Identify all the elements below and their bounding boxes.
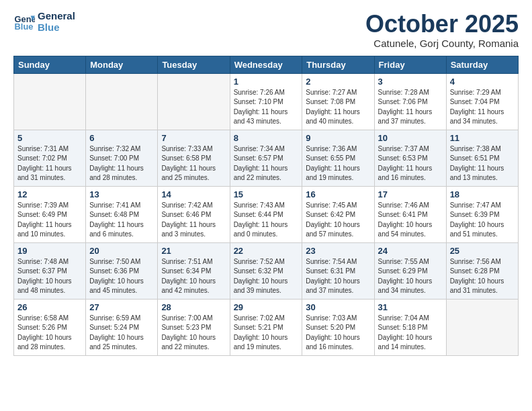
day-info: Sunrise: 7:39 AM Sunset: 6:49 PM Dayligh…	[17, 201, 82, 240]
day-info: Sunrise: 7:27 AM Sunset: 7:08 PM Dayligh…	[306, 88, 370, 127]
day-number: 29	[234, 302, 299, 312]
day-number: 4	[450, 77, 515, 87]
logo-blue: Blue	[38, 22, 75, 34]
calendar-day-cell: 28Sunrise: 7:00 AM Sunset: 5:23 PM Dayli…	[158, 299, 230, 355]
day-number: 18	[450, 189, 515, 199]
month-title: October 2025	[365, 11, 519, 38]
calendar-day-cell: 17Sunrise: 7:46 AM Sunset: 6:41 PM Dayli…	[374, 186, 446, 242]
calendar-day-cell: 5Sunrise: 7:31 AM Sunset: 7:02 PM Daylig…	[14, 130, 86, 186]
day-info: Sunrise: 7:43 AM Sunset: 6:44 PM Dayligh…	[234, 201, 299, 240]
day-number: 26	[17, 302, 82, 312]
day-number: 10	[378, 133, 443, 143]
calendar-day-cell	[86, 73, 158, 130]
day-info: Sunrise: 7:04 AM Sunset: 5:18 PM Dayligh…	[378, 314, 443, 353]
page-container: General Blue General Blue October 2025 C…	[0, 0, 532, 363]
day-number: 23	[306, 246, 370, 256]
day-number: 11	[450, 133, 515, 143]
day-info: Sunrise: 7:54 AM Sunset: 6:31 PM Dayligh…	[306, 257, 370, 296]
day-info: Sunrise: 7:51 AM Sunset: 6:34 PM Dayligh…	[161, 257, 226, 296]
day-number: 21	[161, 246, 226, 256]
calendar-day-cell: 11Sunrise: 7:38 AM Sunset: 6:51 PM Dayli…	[446, 130, 518, 186]
calendar-day-cell: 12Sunrise: 7:39 AM Sunset: 6:49 PM Dayli…	[14, 186, 86, 242]
location-subtitle: Catunele, Gorj County, Romania	[365, 38, 519, 49]
day-info: Sunrise: 7:47 AM Sunset: 6:39 PM Dayligh…	[450, 201, 515, 240]
page-header: General Blue General Blue October 2025 C…	[13, 11, 519, 49]
day-info: Sunrise: 7:36 AM Sunset: 6:55 PM Dayligh…	[306, 144, 370, 183]
calendar-table: SundayMondayTuesdayWednesdayThursdayFrid…	[13, 56, 519, 356]
logo-icon: General Blue	[13, 11, 35, 33]
day-info: Sunrise: 7:03 AM Sunset: 5:20 PM Dayligh…	[306, 314, 370, 353]
calendar-week-row: 26Sunrise: 6:58 AM Sunset: 5:26 PM Dayli…	[14, 299, 519, 355]
day-info: Sunrise: 7:29 AM Sunset: 7:04 PM Dayligh…	[450, 88, 515, 127]
day-number: 2	[306, 77, 370, 87]
day-number: 17	[378, 189, 443, 199]
calendar-day-cell: 22Sunrise: 7:52 AM Sunset: 6:32 PM Dayli…	[230, 242, 302, 299]
calendar-day-cell: 18Sunrise: 7:47 AM Sunset: 6:39 PM Dayli…	[446, 186, 518, 242]
calendar-day-cell: 2Sunrise: 7:27 AM Sunset: 7:08 PM Daylig…	[302, 73, 374, 130]
day-info: Sunrise: 7:00 AM Sunset: 5:23 PM Dayligh…	[161, 314, 226, 353]
title-block: October 2025 Catunele, Gorj County, Roma…	[365, 11, 519, 49]
day-info: Sunrise: 7:55 AM Sunset: 6:29 PM Dayligh…	[378, 257, 443, 296]
logo: General Blue General Blue	[13, 11, 75, 33]
calendar-day-cell	[158, 73, 230, 130]
day-info: Sunrise: 6:58 AM Sunset: 5:26 PM Dayligh…	[17, 314, 82, 353]
weekday-header-sunday: Sunday	[14, 56, 86, 73]
day-info: Sunrise: 7:02 AM Sunset: 5:21 PM Dayligh…	[234, 314, 299, 353]
calendar-day-cell: 10Sunrise: 7:37 AM Sunset: 6:53 PM Dayli…	[374, 130, 446, 186]
calendar-day-cell: 21Sunrise: 7:51 AM Sunset: 6:34 PM Dayli…	[158, 242, 230, 299]
calendar-day-cell: 29Sunrise: 7:02 AM Sunset: 5:21 PM Dayli…	[230, 299, 302, 355]
calendar-week-row: 5Sunrise: 7:31 AM Sunset: 7:02 PM Daylig…	[14, 130, 519, 186]
calendar-day-cell: 1Sunrise: 7:26 AM Sunset: 7:10 PM Daylig…	[230, 73, 302, 130]
day-number: 7	[161, 133, 226, 143]
weekday-header-saturday: Saturday	[446, 56, 518, 73]
day-info: Sunrise: 7:48 AM Sunset: 6:37 PM Dayligh…	[17, 257, 82, 296]
calendar-day-cell: 4Sunrise: 7:29 AM Sunset: 7:04 PM Daylig…	[446, 73, 518, 130]
weekday-header-row: SundayMondayTuesdayWednesdayThursdayFrid…	[14, 56, 519, 73]
day-number: 31	[378, 302, 443, 312]
calendar-week-row: 19Sunrise: 7:48 AM Sunset: 6:37 PM Dayli…	[14, 242, 519, 299]
weekday-header-thursday: Thursday	[302, 56, 374, 73]
calendar-day-cell: 6Sunrise: 7:32 AM Sunset: 7:00 PM Daylig…	[86, 130, 158, 186]
calendar-day-cell: 7Sunrise: 7:33 AM Sunset: 6:58 PM Daylig…	[158, 130, 230, 186]
day-info: Sunrise: 7:56 AM Sunset: 6:28 PM Dayligh…	[450, 257, 515, 296]
calendar-week-row: 1Sunrise: 7:26 AM Sunset: 7:10 PM Daylig…	[14, 73, 519, 130]
day-number: 20	[89, 246, 154, 256]
calendar-day-cell: 26Sunrise: 6:58 AM Sunset: 5:26 PM Dayli…	[14, 299, 86, 355]
day-number: 3	[378, 77, 443, 87]
day-info: Sunrise: 7:37 AM Sunset: 6:53 PM Dayligh…	[378, 144, 443, 183]
logo-general: General	[38, 11, 75, 22]
day-info: Sunrise: 7:31 AM Sunset: 7:02 PM Dayligh…	[17, 144, 82, 183]
calendar-day-cell: 30Sunrise: 7:03 AM Sunset: 5:20 PM Dayli…	[302, 299, 374, 355]
calendar-day-cell: 27Sunrise: 6:59 AM Sunset: 5:24 PM Dayli…	[86, 299, 158, 355]
calendar-day-cell: 15Sunrise: 7:43 AM Sunset: 6:44 PM Dayli…	[230, 186, 302, 242]
calendar-day-cell: 9Sunrise: 7:36 AM Sunset: 6:55 PM Daylig…	[302, 130, 374, 186]
day-info: Sunrise: 7:52 AM Sunset: 6:32 PM Dayligh…	[234, 257, 299, 296]
day-number: 22	[234, 246, 299, 256]
day-info: Sunrise: 7:41 AM Sunset: 6:48 PM Dayligh…	[89, 201, 154, 240]
day-number: 19	[17, 246, 82, 256]
calendar-day-cell: 23Sunrise: 7:54 AM Sunset: 6:31 PM Dayli…	[302, 242, 374, 299]
calendar-week-row: 12Sunrise: 7:39 AM Sunset: 6:49 PM Dayli…	[14, 186, 519, 242]
day-number: 24	[378, 246, 443, 256]
day-number: 25	[450, 246, 515, 256]
calendar-day-cell: 24Sunrise: 7:55 AM Sunset: 6:29 PM Dayli…	[374, 242, 446, 299]
day-number: 12	[17, 189, 82, 199]
calendar-day-cell	[446, 299, 518, 355]
day-info: Sunrise: 7:50 AM Sunset: 6:36 PM Dayligh…	[89, 257, 154, 296]
day-info: Sunrise: 7:45 AM Sunset: 6:42 PM Dayligh…	[306, 201, 370, 240]
day-info: Sunrise: 7:42 AM Sunset: 6:46 PM Dayligh…	[161, 201, 226, 240]
weekday-header-tuesday: Tuesday	[158, 56, 230, 73]
day-number: 16	[306, 189, 370, 199]
day-number: 28	[161, 302, 226, 312]
calendar-day-cell: 8Sunrise: 7:34 AM Sunset: 6:57 PM Daylig…	[230, 130, 302, 186]
calendar-day-cell: 20Sunrise: 7:50 AM Sunset: 6:36 PM Dayli…	[86, 242, 158, 299]
day-number: 27	[89, 302, 154, 312]
weekday-header-wednesday: Wednesday	[230, 56, 302, 73]
calendar-day-cell	[14, 73, 86, 130]
day-number: 8	[234, 133, 299, 143]
calendar-day-cell: 19Sunrise: 7:48 AM Sunset: 6:37 PM Dayli…	[14, 242, 86, 299]
day-number: 6	[89, 133, 154, 143]
day-info: Sunrise: 7:33 AM Sunset: 6:58 PM Dayligh…	[161, 144, 226, 183]
day-number: 9	[306, 133, 370, 143]
calendar-day-cell: 13Sunrise: 7:41 AM Sunset: 6:48 PM Dayli…	[86, 186, 158, 242]
